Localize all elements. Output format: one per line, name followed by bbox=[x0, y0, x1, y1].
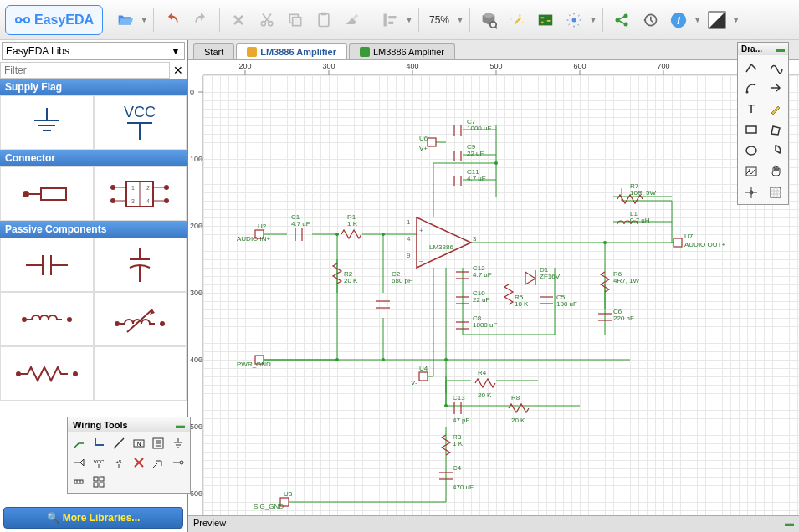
svg-point-65 bbox=[73, 371, 78, 376]
lib-inductor-var[interactable] bbox=[94, 292, 187, 346]
netlabel-tool[interactable]: N bbox=[130, 434, 148, 453]
svg-text:1000 uF: 1000 uF bbox=[467, 125, 491, 132]
history-button[interactable] bbox=[637, 7, 663, 33]
lib-inductor[interactable] bbox=[0, 292, 94, 346]
svg-text:10 K: 10 K bbox=[515, 300, 529, 308]
zoom-level: 75% bbox=[424, 14, 454, 26]
arrow-draw-tool[interactable] bbox=[764, 78, 787, 98]
gnd-tool[interactable] bbox=[169, 434, 187, 453]
image-draw-tool[interactable] bbox=[740, 161, 763, 182]
filter-clear-button[interactable]: ✕ bbox=[170, 64, 187, 77]
polygon-draw-tool[interactable] bbox=[764, 120, 787, 140]
svg-text:3: 3 bbox=[473, 235, 477, 243]
lib-capacitor[interactable] bbox=[0, 238, 94, 292]
share-button[interactable] bbox=[608, 7, 635, 33]
group-tool[interactable] bbox=[90, 473, 108, 491]
redo-button[interactable] bbox=[187, 7, 214, 33]
svg-text:4: 4 bbox=[407, 235, 411, 243]
wiring-tools-panel: Wiring Tools▬ N VCC +5 bbox=[67, 417, 191, 494]
lib-capacitor-pol[interactable] bbox=[94, 238, 187, 292]
paste-button[interactable] bbox=[310, 7, 337, 33]
add-tool[interactable]: +5 bbox=[110, 453, 128, 472]
origin-tool[interactable] bbox=[740, 182, 763, 202]
settings-dropdown[interactable]: ▼ bbox=[589, 15, 597, 24]
clear-button[interactable] bbox=[339, 7, 366, 33]
port-tool[interactable] bbox=[69, 453, 88, 472]
noconnect-tool[interactable] bbox=[130, 453, 148, 472]
libs-selector[interactable]: EasyEDA Libs▼ bbox=[2, 42, 185, 60]
svg-text:4.7 uF: 4.7 uF bbox=[467, 175, 486, 182]
tab-start[interactable]: Start bbox=[193, 43, 234, 59]
probe-tool[interactable] bbox=[149, 453, 167, 472]
more-libraries-button[interactable]: 🔍 More Libraries... bbox=[3, 507, 183, 529]
text-draw-tool[interactable]: T bbox=[740, 99, 763, 119]
open-file-button[interactable] bbox=[111, 7, 138, 33]
delete-button[interactable] bbox=[225, 7, 252, 33]
line-draw-tool[interactable] bbox=[740, 57, 763, 77]
lib-connector-1[interactable] bbox=[0, 166, 94, 221]
freehand-draw-tool[interactable] bbox=[764, 99, 787, 119]
pan-tool[interactable] bbox=[764, 161, 787, 182]
pin-tool[interactable] bbox=[169, 453, 187, 472]
schematic-icon bbox=[247, 47, 257, 57]
copy-button[interactable] bbox=[282, 7, 309, 33]
preview-bar[interactable]: Preview▬ bbox=[188, 515, 799, 532]
theme-button[interactable] bbox=[704, 7, 730, 33]
wizard-button[interactable] bbox=[504, 7, 530, 33]
category-connector[interactable]: Connector bbox=[0, 150, 187, 166]
tab-pcb[interactable]: LM3886 Amplifier bbox=[349, 43, 455, 59]
wire-tool[interactable] bbox=[69, 434, 88, 453]
netflag-tool[interactable] bbox=[149, 434, 167, 453]
svg-text:+5: +5 bbox=[115, 459, 122, 464]
svg-rect-112 bbox=[674, 238, 682, 247]
info-dropdown[interactable]: ▼ bbox=[694, 15, 702, 24]
svg-text:1 K: 1 K bbox=[453, 440, 464, 448]
canvas-tool[interactable] bbox=[764, 182, 787, 202]
cut-button[interactable] bbox=[254, 7, 280, 33]
app-logo[interactable]: EasyEDA bbox=[5, 5, 103, 35]
settings-button[interactable] bbox=[561, 7, 587, 33]
tab-schematic[interactable]: LM3886 Amplifier bbox=[236, 43, 347, 59]
schematic-canvas[interactable]: LM3886 +− 1 4 9 3 AUDIO IN+ bbox=[203, 75, 799, 515]
svg-text:22 uF: 22 uF bbox=[467, 150, 484, 157]
info-button[interactable]: i bbox=[665, 7, 692, 33]
svg-rect-7 bbox=[319, 13, 329, 26]
vcc-tool[interactable]: VCC bbox=[90, 453, 108, 472]
svg-text:0.7 uH: 0.7 uH bbox=[630, 217, 650, 224]
ellipse-draw-tool[interactable] bbox=[740, 141, 763, 161]
zoom-dropdown[interactable]: ▼ bbox=[456, 15, 464, 24]
svg-point-38 bbox=[110, 185, 115, 190]
svg-point-99 bbox=[444, 404, 448, 407]
junction-tool[interactable] bbox=[69, 473, 88, 491]
category-passive[interactable]: Passive Components bbox=[0, 221, 187, 238]
ic-lm3886[interactable]: LM3886 +− 1 4 9 3 bbox=[407, 217, 477, 268]
pcb-button[interactable] bbox=[532, 7, 559, 33]
rect-draw-tool[interactable] bbox=[740, 120, 763, 140]
lib-gnd-symbol[interactable] bbox=[0, 95, 94, 150]
svg-text:220 nF: 220 nF bbox=[613, 315, 634, 322]
theme-dropdown[interactable]: ▼ bbox=[732, 15, 740, 24]
svg-line-23 bbox=[618, 20, 624, 23]
svg-text:U3: U3 bbox=[284, 490, 293, 498]
bus-tool[interactable] bbox=[90, 434, 108, 453]
lib-connector-2[interactable]: 1324 bbox=[94, 166, 187, 221]
draw-battery-icon: ▬ bbox=[776, 44, 785, 54]
svg-text:AUDIO OUT+: AUDIO OUT+ bbox=[684, 241, 725, 248]
arc-draw-tool[interactable] bbox=[740, 78, 763, 98]
svg-point-98 bbox=[603, 241, 607, 244]
align-button[interactable] bbox=[376, 7, 403, 33]
category-supply-flag[interactable]: Supply Flag bbox=[0, 79, 187, 95]
lib-resistor-2[interactable] bbox=[94, 346, 187, 401]
filter-input[interactable] bbox=[0, 62, 170, 79]
pie-draw-tool[interactable] bbox=[764, 141, 787, 161]
svg-text:3: 3 bbox=[131, 198, 135, 204]
align-dropdown[interactable]: ▼ bbox=[405, 15, 413, 24]
lib-resistor[interactable] bbox=[0, 346, 94, 401]
lib-vcc-symbol[interactable]: VCC bbox=[94, 95, 187, 150]
curve-draw-tool[interactable] bbox=[764, 57, 787, 77]
undo-button[interactable] bbox=[159, 7, 186, 33]
package-button[interactable] bbox=[475, 7, 502, 33]
line-tool[interactable] bbox=[110, 434, 128, 453]
svg-rect-6 bbox=[293, 17, 301, 25]
open-dropdown[interactable]: ▼ bbox=[140, 15, 148, 24]
